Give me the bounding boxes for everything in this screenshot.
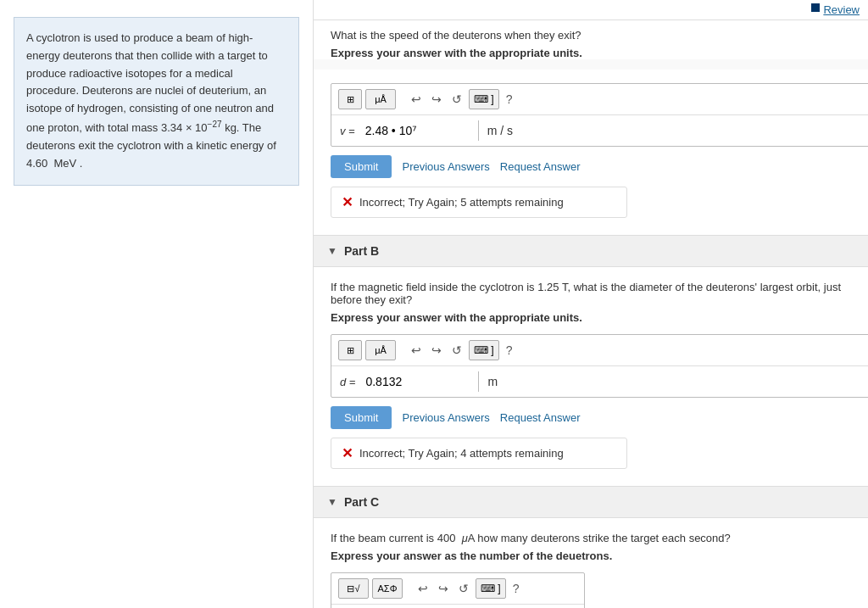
part-b-arrow-icon: ▼	[327, 245, 337, 257]
part-b-section: ▼ Part B If the magnetic field inside th…	[314, 235, 868, 486]
part-b-answer-box: ⊞ μÅ ↩ ↪ ↺ ⌨ ] ? d =	[331, 334, 868, 398]
part-a-redo-btn[interactable]: ↪	[428, 91, 445, 108]
part-b-help-btn[interactable]: ?	[503, 342, 516, 359]
part-b-previous-answers-link[interactable]: Previous Answers	[402, 411, 489, 424]
right-panel: Review What is the speed of the deuteron…	[314, 0, 868, 608]
part-a-input-row: v = m / s	[331, 115, 868, 146]
part-b-grid-icon: ⊞	[347, 345, 354, 356]
part-b-question: If the magnetic field inside the cyclotr…	[331, 281, 851, 306]
part-b-grid-btn[interactable]: ⊞	[338, 340, 362, 360]
part-b-input[interactable]	[360, 371, 479, 392]
part-a-error-msg: ✕ Incorrect; Try Again; 5 attempts remai…	[331, 187, 627, 218]
part-c-sigma-btn[interactable]: ΑΣΦ	[372, 578, 403, 599]
part-b-error-text: Incorrect; Try Again; 4 attempts remaini…	[359, 447, 564, 460]
part-a-action-row: Submit Previous Answers Request Answer	[331, 155, 851, 178]
part-a-input[interactable]	[360, 120, 479, 141]
part-b-undo-btn[interactable]: ↩	[408, 342, 425, 359]
part-c-arrow-icon: ▼	[327, 496, 337, 508]
part-a-submit-btn[interactable]: Submit	[331, 155, 392, 178]
part-c-label: Part C	[344, 495, 379, 509]
part-a-help-btn[interactable]: ?	[503, 91, 516, 108]
part-b-action-row: Submit Previous Answers Request Answer	[331, 406, 851, 429]
part-c-input-row: Q = deuetrons	[331, 605, 584, 608]
part-c-keyboard-btn[interactable]: ⌨ ]	[476, 578, 506, 599]
part-c-redo-btn[interactable]: ↪	[435, 580, 452, 597]
part-b-keyboard-btn[interactable]: ⌨ ]	[469, 340, 499, 360]
part-b-content: If the magnetic field inside the cyclotr…	[314, 267, 868, 486]
part-c-grid-btn[interactable]: ⊟√	[338, 578, 369, 599]
left-panel: A cyclotron is used to produce a beam of…	[0, 0, 314, 608]
part-a-error-text: Incorrect; Try Again; 5 attempts remaini…	[359, 196, 564, 209]
part-c-section: ▼ Part C If the beam current is 400 μA h…	[314, 486, 868, 608]
part-b-request-answer-link[interactable]: Request Answer	[500, 411, 581, 424]
part-a-question: What is the speed of the deuterons when …	[331, 29, 851, 42]
part-a-grid-btn[interactable]: ⊞	[338, 89, 362, 109]
part-a-content: ⊞ μÅ ↩ ↪ ↺ ⌨ ] ? v =	[314, 70, 868, 235]
part-a-toolbar: ⊞ μÅ ↩ ↪ ↺ ⌨ ] ?	[331, 84, 868, 115]
part-a-refresh-btn[interactable]: ↺	[448, 91, 465, 108]
part-b-instruction: Express your answer with the appropriate…	[331, 311, 851, 324]
part-b-error-msg: ✕ Incorrect; Try Again; 4 attempts remai…	[331, 438, 627, 469]
part-b-unit: m	[479, 371, 530, 392]
part-b-input-row: d = m	[331, 366, 868, 397]
part-a-mu-btn[interactable]: μÅ	[365, 89, 396, 109]
part-a-answer-box: ⊞ μÅ ↩ ↪ ↺ ⌨ ] ? v =	[331, 83, 868, 147]
part-c-undo-btn[interactable]: ↩	[415, 580, 431, 597]
part-b-refresh-btn[interactable]: ↺	[448, 342, 465, 359]
part-a-unit: m / s	[479, 120, 530, 141]
part-b-mu-icon: μÅ	[375, 345, 387, 355]
part-a-variable: v =	[340, 125, 355, 137]
grid-icon: ⊞	[347, 94, 354, 105]
part-b-toolbar: ⊞ μÅ ↩ ↪ ↺ ⌨ ] ?	[331, 335, 868, 366]
problem-text: A cyclotron is used to produce a beam of…	[14, 17, 299, 186]
part-c-refresh-btn[interactable]: ↺	[455, 580, 472, 597]
mu-icon: μÅ	[375, 94, 387, 104]
part-a-previous-answers-link[interactable]: Previous Answers	[402, 160, 489, 173]
part-c-grid-icon: ⊟√	[347, 583, 359, 594]
part-c-question: If the beam current is 400 μA how many d…	[331, 532, 851, 544]
part-a-undo-btn[interactable]: ↩	[408, 91, 425, 108]
review-icon	[811, 3, 820, 12]
part-b-submit-btn[interactable]: Submit	[331, 406, 392, 429]
part-a-error-icon: ✕	[342, 194, 353, 210]
part-b-redo-btn[interactable]: ↪	[428, 342, 445, 359]
part-b-label: Part B	[344, 244, 379, 258]
part-b-error-icon: ✕	[342, 445, 353, 461]
part-c-answer-box: ⊟√ ΑΣΦ ↩ ↪ ↺ ⌨ ] ? Q =	[331, 572, 585, 608]
part-a-section: What is the speed of the deuterons when …	[314, 20, 868, 235]
part-c-toolbar: ⊟√ ΑΣΦ ↩ ↪ ↺ ⌨ ] ?	[331, 573, 584, 605]
review-link[interactable]: Review	[823, 3, 860, 16]
part-a-request-answer-link[interactable]: Request Answer	[500, 160, 581, 173]
part-b-variable: d =	[340, 376, 355, 388]
part-c-header[interactable]: ▼ Part C	[314, 487, 868, 518]
part-c-sigma-icon: ΑΣΦ	[378, 583, 398, 594]
part-a-instruction: Express your answer with the appropriate…	[331, 47, 851, 59]
part-a-keyboard-btn[interactable]: ⌨ ]	[469, 89, 499, 109]
review-bar: Review	[314, 0, 868, 20]
part-b-header[interactable]: ▼ Part B	[314, 236, 868, 267]
part-a-top-question: What is the speed of the deuterons when …	[314, 20, 868, 59]
part-c-help-btn[interactable]: ?	[509, 580, 523, 597]
part-b-mu-btn[interactable]: μÅ	[365, 340, 396, 360]
part-c-content: If the beam current is 400 μA how many d…	[314, 518, 868, 608]
part-c-instruction: Express your answer as the number of the…	[331, 549, 851, 562]
